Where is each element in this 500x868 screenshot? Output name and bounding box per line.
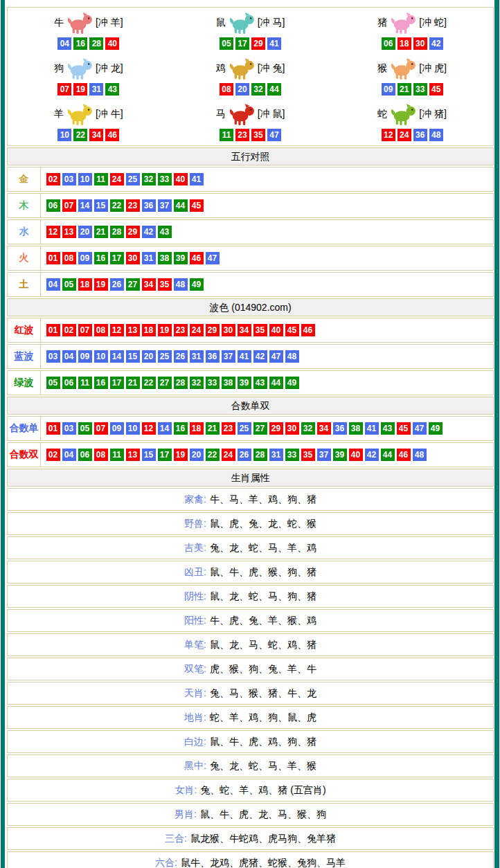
number-chip: 42 [142, 226, 156, 238]
zodiac-title-line: 猴[冲 虎] [377, 57, 447, 80]
attribute-label: 男肖: [175, 808, 197, 821]
number-chip: 46 [397, 449, 411, 461]
row-label: 合数双 [8, 443, 41, 467]
number-chip: 09 [110, 422, 124, 435]
wuxing-rows: 金02031011242532334041木060714152223363744… [7, 167, 494, 297]
number-chip: 24 [398, 129, 411, 141]
number-chip: 01 [46, 324, 60, 336]
number-chip: 02 [62, 324, 76, 336]
attribute-label: 阳性: [184, 615, 206, 627]
attribute-value: 牛、马、羊、鸡、狗、猪 [210, 494, 316, 506]
number-chip: 17 [110, 377, 124, 389]
row-numbers: 0204060811131517192022242628313335373940… [41, 443, 493, 467]
number-chip: 48 [413, 449, 427, 461]
section-header-wuxing: 五行对照 [7, 147, 494, 165]
number-chip: 35 [158, 278, 172, 291]
number-chip: 03 [46, 350, 60, 363]
number-chip: 13 [62, 226, 76, 238]
number-chip: 09 [78, 350, 92, 363]
attribute-row: 天肖:兔、马、猴、猪、牛、龙 [7, 682, 494, 705]
table-row: 水1213202128294243 [7, 219, 494, 244]
attribute-value: 鼠、龙、马、蛇、鸡、猪 [210, 639, 316, 651]
number-chip: 21 [126, 377, 140, 389]
zodiac-clash: [冲 虎] [419, 62, 447, 75]
number-chip: 38 [349, 422, 363, 435]
number-chip: 16 [174, 422, 188, 435]
bose-rows: 红波0102070812131819232429303435404546蓝波03… [7, 318, 494, 395]
number-chip: 17 [110, 252, 124, 264]
table-row: 红波0102070812131819232429303435404546 [7, 318, 494, 343]
attribute-label: 白边: [184, 736, 206, 748]
zodiac-numbers: 08203244 [218, 83, 282, 96]
number-chip: 41 [190, 173, 204, 186]
pig-icon [389, 12, 418, 34]
zodiac-cell: 羊[冲 牛]10223446 [8, 100, 170, 145]
number-chip: 22 [110, 199, 124, 212]
number-chip: 28 [174, 377, 188, 389]
number-chip: 07 [57, 83, 71, 96]
attribute-value: 鼠、牛、虎、鸡、狗、猪 [210, 736, 316, 748]
attribute-label: 阴性: [184, 590, 206, 603]
attribute-row: 吉美:兔、龙、蛇、马、羊、鸡 [7, 536, 494, 559]
number-chip: 30 [413, 37, 427, 50]
table-row: 合数双0204060811131517192022242628313335373… [7, 442, 494, 467]
number-chip: 38 [158, 252, 172, 264]
number-chip: 43 [253, 377, 267, 389]
ox-icon [65, 12, 94, 34]
snake-icon [389, 103, 418, 125]
zodiac-name: 狗 [54, 62, 64, 75]
table-row: 绿波05061116172122272832333839434449 [7, 370, 494, 395]
number-chip: 18 [190, 422, 204, 435]
number-chip: 07 [62, 199, 76, 212]
number-chip: 13 [126, 324, 140, 336]
attribute-value: 鼠、牛、虎、龙、马、猴、狗 [200, 808, 326, 821]
row-label: 绿波 [8, 371, 41, 395]
zodiac-title-line: 狗[冲 龙] [54, 57, 123, 80]
number-chip: 01 [46, 252, 60, 264]
number-chip: 40 [349, 449, 363, 461]
attribute-value: 鼠牛、龙鸡、虎猪、蛇猴、兔狗、马羊 [181, 857, 346, 868]
attribute-label: 凶丑: [184, 566, 206, 579]
number-chip: 18 [78, 278, 92, 291]
goat-icon [65, 103, 94, 125]
number-chip: 48 [285, 350, 299, 363]
row-numbers: 04051819262734354849 [41, 273, 493, 296]
table-row: 木06071415222336374445 [7, 193, 494, 218]
zodiac-clash: [冲 龙] [96, 62, 123, 75]
attribute-row: 白边:鼠、牛、虎、鸡、狗、猪 [7, 730, 494, 753]
number-chip: 16 [94, 377, 108, 389]
number-chip: 02 [46, 449, 60, 461]
number-chip: 28 [89, 37, 103, 50]
number-chip: 40 [269, 324, 283, 336]
number-chip: 15 [94, 199, 108, 212]
right-frame-stripe [494, 0, 499, 868]
number-chip: 07 [78, 324, 92, 336]
zodiac-numbers: 10223446 [57, 129, 120, 141]
attribute-row: 黑中:兔、龙、蛇、马、羊、猴 [7, 754, 494, 777]
number-chip: 13 [126, 449, 140, 461]
number-chip: 26 [174, 350, 188, 363]
number-chip: 22 [206, 449, 220, 461]
number-chip: 22 [142, 377, 156, 389]
zodiac-numbers: 06183042 [380, 37, 444, 50]
number-chip: 22 [73, 129, 87, 141]
rat-icon [227, 12, 256, 34]
number-chip: 14 [110, 350, 124, 363]
number-chip: 42 [429, 37, 443, 50]
zodiac-title-line: 牛[冲 羊] [54, 12, 123, 34]
monkey-icon [389, 57, 418, 80]
attribute-label: 六合: [155, 857, 177, 868]
number-chip: 24 [190, 324, 204, 336]
number-chip: 41 [238, 350, 251, 363]
number-chip: 24 [222, 449, 235, 461]
number-chip: 23 [222, 422, 235, 435]
number-chip: 48 [429, 129, 443, 141]
table-row: 合数单0103050709101214161821232527293032343… [7, 416, 494, 441]
row-numbers: 06071415222336374445 [41, 194, 493, 217]
number-chip: 32 [251, 83, 265, 96]
horse-icon [227, 103, 256, 125]
number-chip: 06 [46, 199, 60, 212]
attribute-row: 双笔:虎、猴、狗、兔、羊、牛 [7, 658, 494, 680]
number-chip: 05 [62, 278, 76, 291]
number-chip: 15 [126, 350, 140, 363]
